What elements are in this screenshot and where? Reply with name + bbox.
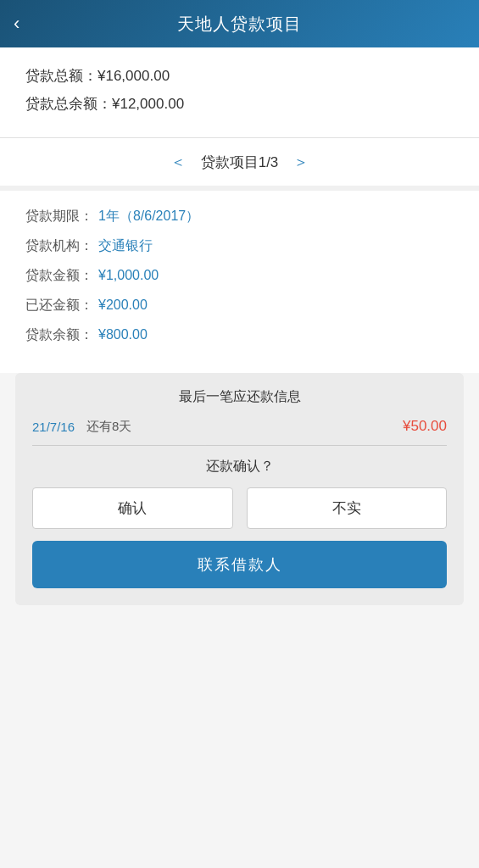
term-label: 贷款期限：	[25, 208, 93, 225]
confirm-buttons-row: 确认 不实	[32, 487, 447, 529]
term-row: 贷款期限： 1年（8/6/2017）	[25, 208, 454, 225]
payment-card-title: 最后一笔应还款信息	[32, 388, 447, 406]
remaining-amount-label: 贷款总余额：	[25, 96, 112, 112]
payment-info-row: 21/7/16 还有8天 ¥50.00	[32, 418, 447, 446]
summary-section: 贷款总额：¥16,000.00 贷款总余额：¥12,000.00	[0, 47, 479, 137]
next-page-button[interactable]: ＞	[293, 152, 309, 172]
institution-label: 贷款机构：	[25, 237, 93, 255]
amount-row: 贷款金额： ¥1,000.00	[25, 267, 454, 285]
confirm-question: 还款确认？	[32, 458, 447, 476]
total-amount-row: 贷款总额：¥16,000.00	[25, 66, 454, 86]
institution-value: 交通银行	[98, 237, 153, 255]
term-value: 1年（8/6/2017）	[98, 208, 199, 225]
prev-page-button[interactable]: ＜	[170, 152, 186, 172]
paid-value: ¥200.00	[98, 298, 148, 313]
amount-label: 贷款金额：	[25, 267, 93, 285]
payment-date: 21/7/16	[32, 420, 75, 434]
header: ‹ 天地人贷款项目	[0, 0, 479, 47]
reject-button[interactable]: 不实	[247, 487, 448, 529]
balance-value: ¥800.00	[98, 327, 148, 342]
back-button[interactable]: ‹	[14, 13, 19, 35]
remaining-amount-value: ¥12,000.00	[112, 96, 184, 112]
pager-section: ＜ 贷款项目1/3 ＞	[0, 138, 479, 191]
page-title: 天地人贷款项目	[177, 13, 302, 36]
confirm-button[interactable]: 确认	[32, 487, 233, 529]
payment-info-left: 21/7/16 还有8天	[32, 419, 131, 435]
balance-row: 贷款余额： ¥800.00	[25, 326, 454, 344]
contact-borrower-button[interactable]: 联系借款人	[32, 541, 447, 588]
total-amount-value: ¥16,000.00	[97, 68, 170, 84]
paid-row: 已还金额： ¥200.00	[25, 297, 454, 314]
payment-amount: ¥50.00	[403, 418, 447, 435]
amount-value: ¥1,000.00	[98, 268, 159, 283]
pager-label: 贷款项目1/3	[201, 153, 279, 172]
remaining-amount-row: 贷款总余额：¥12,000.00	[25, 94, 454, 114]
balance-label: 贷款余额：	[25, 326, 93, 344]
payment-card: 最后一笔应还款信息 21/7/16 还有8天 ¥50.00 还款确认？ 确认 不…	[15, 373, 464, 605]
paid-label: 已还金额：	[25, 297, 93, 314]
total-amount-label: 贷款总额：	[25, 68, 97, 84]
payment-days: 还有8天	[86, 419, 131, 435]
detail-section: 贷款期限： 1年（8/6/2017） 贷款机构： 交通银行 贷款金额： ¥1,0…	[0, 191, 479, 373]
institution-row: 贷款机构： 交通银行	[25, 237, 454, 255]
